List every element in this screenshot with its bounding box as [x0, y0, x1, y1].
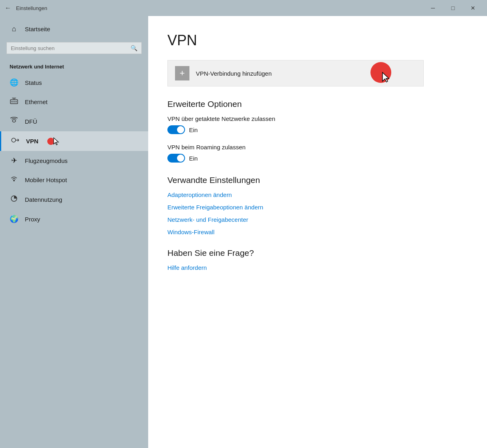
daten-icon — [10, 195, 18, 204]
add-vpn-button[interactable]: + VPN-Verbindung hinzufügen — [167, 60, 424, 86]
sidebar-item-proxy-label: Proxy — [25, 216, 40, 223]
svg-rect-1 — [12, 101, 12, 102]
status-icon: 🌐 — [10, 78, 18, 87]
sidebar-item-home[interactable]: ⌂ Startseite — [0, 19, 148, 39]
link-freigabecenter[interactable]: Netzwerk- und Freigabecenter — [167, 216, 468, 223]
vpn-icon — [11, 137, 20, 146]
svg-point-12 — [13, 180, 15, 181]
search-icon: 🔍 — [131, 45, 137, 51]
sidebar-item-dfu[interactable]: DFÜ — [0, 112, 148, 131]
cursor-icon — [53, 137, 60, 146]
faq-heading: Haben Sie eine Frage? — [167, 248, 468, 258]
erweiterte-heading: Erweiterte Optionen — [167, 99, 468, 109]
toggle2-state: Ein — [189, 155, 198, 162]
sidebar-item-vpn[interactable]: VPN — [0, 131, 148, 151]
toggle2-label: VPN beim Roaming zulassen — [167, 144, 468, 151]
sidebar-item-ethernet-label: Ethernet — [25, 98, 48, 105]
svg-marker-14 — [382, 72, 389, 82]
sidebar: ⌂ Startseite 🔍 Netzwerk und Internet 🌐 S… — [0, 16, 148, 448]
search-input[interactable] — [11, 45, 127, 51]
svg-marker-11 — [54, 138, 58, 145]
related-settings: Verwandte Einstellungen Adapteroptionen … — [167, 175, 468, 235]
sidebar-item-vpn-label: VPN — [26, 138, 38, 145]
proxy-icon: 🌍 — [10, 215, 18, 223]
sidebar-item-daten-label: Datennutzung — [25, 196, 62, 203]
sidebar-item-hotspot-label: Mobiler Hotspot — [25, 177, 67, 183]
hotspot-icon — [10, 175, 18, 185]
cursor-svg-icon — [382, 72, 391, 84]
toggle-metered-networks: VPN über getaktete Netzwerke zulassen Ei… — [167, 115, 468, 134]
search-box[interactable]: 🔍 — [6, 42, 142, 54]
link-hilfe[interactable]: Hilfe anfordern — [167, 264, 468, 271]
content-area: VPN + VPN-Verbindung hinzufügen Erweiter… — [148, 16, 487, 448]
toggle1-control: Ein — [167, 125, 468, 134]
sidebar-item-ethernet[interactable]: Ethernet — [0, 92, 148, 112]
link-adapteroptionen[interactable]: Adapteroptionen ändern — [167, 191, 468, 198]
minimize-button[interactable]: ─ — [424, 0, 442, 16]
sidebar-section-label: Netzwerk und Internet — [0, 60, 148, 73]
toggle2-switch[interactable] — [167, 154, 185, 163]
sidebar-item-proxy[interactable]: 🌍 Proxy — [0, 209, 148, 229]
app-body: ⌂ Startseite 🔍 Netzwerk und Internet 🌐 S… — [0, 16, 487, 448]
sidebar-item-hotspot[interactable]: Mobiler Hotspot — [0, 170, 148, 190]
link-freigabeoptionen[interactable]: Erweiterte Freigabeoptionen ändern — [167, 204, 468, 211]
toggle-roaming: VPN beim Roaming zulassen Ein — [167, 144, 468, 163]
toggle1-state: Ein — [189, 127, 198, 133]
link-firewall[interactable]: Windows-Firewall — [167, 229, 468, 235]
dfu-icon — [10, 117, 18, 126]
cursor-overlay — [370, 62, 391, 84]
titlebar: ← Einstellungen ─ □ ✕ — [0, 0, 487, 16]
svg-rect-3 — [16, 101, 16, 102]
sidebar-item-dfu-label: DFÜ — [25, 118, 37, 125]
toggle1-label: VPN über getaktete Netzwerke zulassen — [167, 115, 468, 122]
sidebar-item-status-label: Status — [25, 79, 42, 86]
svg-point-7 — [12, 138, 16, 142]
sidebar-item-daten[interactable]: Datennutzung — [0, 190, 148, 209]
sidebar-home-label: Startseite — [25, 26, 50, 32]
home-icon: ⌂ — [10, 25, 18, 33]
ethernet-icon — [10, 97, 18, 106]
page-title: VPN — [167, 32, 468, 49]
svg-rect-2 — [14, 101, 14, 102]
flugzeug-icon: ✈ — [10, 156, 18, 165]
sidebar-item-status[interactable]: 🌐 Status — [0, 73, 148, 92]
faq-section: Haben Sie eine Frage? Hilfe anfordern — [167, 248, 468, 271]
window-controls: ─ □ ✕ — [424, 0, 482, 16]
verwandte-heading: Verwandte Einstellungen — [167, 175, 468, 185]
app-title: Einstellungen — [16, 5, 424, 11]
add-vpn-plus-icon: + — [175, 66, 189, 80]
sidebar-item-flugzeug[interactable]: ✈ Flugzeugmodus — [0, 151, 148, 170]
toggle2-control: Ein — [167, 154, 468, 163]
toggle1-switch[interactable] — [167, 125, 185, 134]
maximize-button[interactable]: □ — [444, 0, 462, 16]
svg-point-6 — [12, 120, 16, 122]
close-button[interactable]: ✕ — [464, 0, 482, 16]
back-button[interactable]: ← — [5, 4, 11, 12]
sidebar-item-flugzeug-label: Flugzeugmodus — [25, 157, 68, 164]
